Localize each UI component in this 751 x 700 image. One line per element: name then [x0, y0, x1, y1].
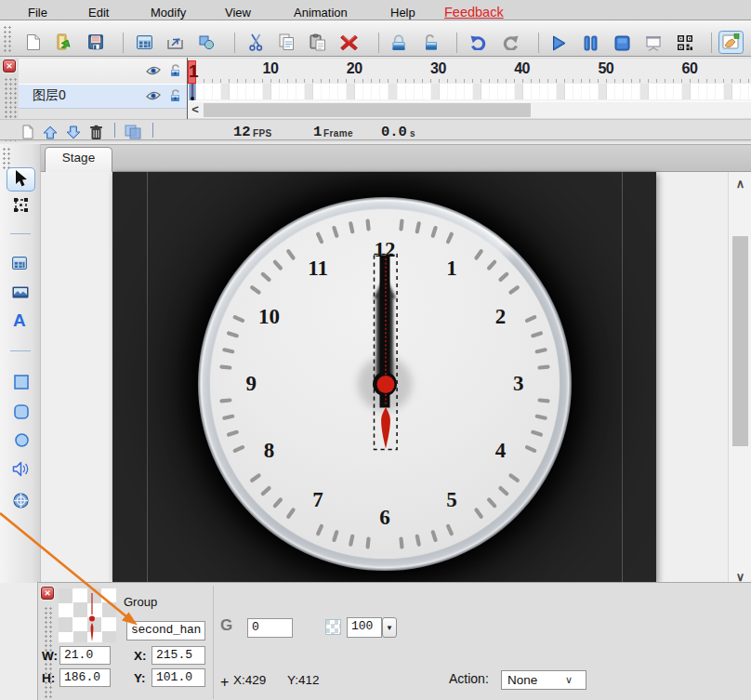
- svg-text:2: 2: [494, 305, 506, 328]
- svg-text:5: 5: [446, 487, 457, 510]
- svg-text:4: 4: [494, 438, 506, 461]
- svg-text:11: 11: [308, 256, 328, 279]
- svg-text:3: 3: [513, 372, 524, 395]
- svg-text:10: 10: [258, 305, 280, 328]
- svg-text:9: 9: [245, 372, 257, 395]
- svg-text:7: 7: [312, 487, 323, 510]
- svg-text:8: 8: [263, 438, 274, 461]
- svg-text:6: 6: [379, 505, 390, 528]
- svg-text:1: 1: [446, 256, 457, 279]
